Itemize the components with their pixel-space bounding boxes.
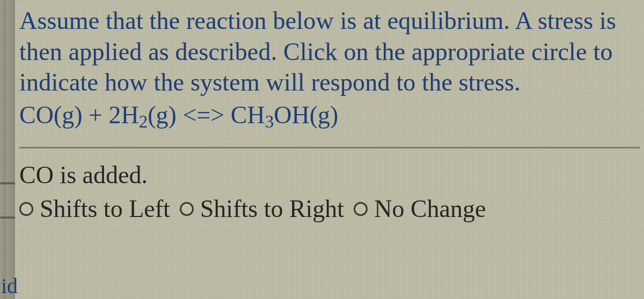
species-co: CO: [19, 101, 54, 129]
option-shifts-right[interactable]: Shifts to Right: [180, 194, 344, 223]
left-margin-bar: [0, 0, 15, 299]
phase-ch3oh: (g): [310, 101, 339, 129]
species-ch: CH: [231, 101, 265, 129]
species-h: H: [121, 101, 139, 129]
phase-h2: (g): [148, 101, 177, 129]
option-no-change[interactable]: No Change: [354, 194, 486, 223]
phase-co: (g): [54, 101, 83, 129]
plus-sign: +: [83, 101, 109, 129]
subscript-2: 2: [139, 111, 148, 131]
radio-icon: [180, 202, 194, 216]
option-shifts-left[interactable]: Shifts to Left: [19, 194, 170, 223]
corner-fragment: id: [0, 275, 18, 299]
option-label: No Change: [374, 194, 486, 223]
radio-icon: [354, 202, 368, 216]
question-prompt: Assume that the reaction below is at equ…: [19, 5, 640, 98]
species-oh: OH: [274, 101, 309, 129]
left-notch: [0, 182, 15, 184]
question-container: Assume that the reaction below is at equ…: [15, 0, 644, 299]
stress-description: CO is added.: [19, 160, 640, 190]
subscript-3: 3: [265, 111, 274, 131]
options-row: Shifts to Left Shifts to Right No Change: [19, 194, 640, 223]
coeff-2: 2: [109, 101, 121, 129]
left-notch: [0, 216, 15, 219]
section-divider: [19, 147, 640, 148]
option-label: Shifts to Right: [200, 194, 344, 223]
radio-icon: [19, 202, 33, 216]
equilibrium-arrow: <=>: [177, 101, 231, 129]
option-label: Shifts to Left: [40, 194, 170, 223]
reaction-equation: CO(g) + 2H2(g) <=> CH3OH(g): [19, 99, 640, 131]
